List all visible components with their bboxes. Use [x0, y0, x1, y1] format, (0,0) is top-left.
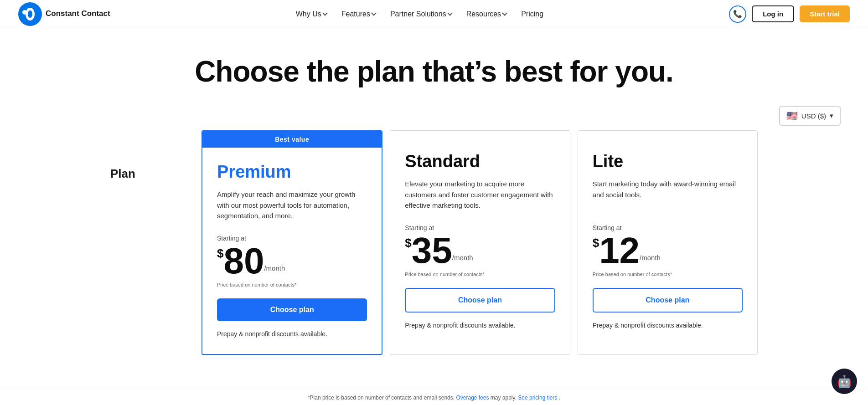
premium-price-dollar: $: [217, 246, 223, 261]
chevron-down-icon: [502, 10, 507, 15]
lite-price-number: 12: [599, 232, 640, 269]
logo-icon: [18, 2, 42, 26]
standard-plan-desc: Elevate your marketing to acquire more c…: [405, 179, 555, 211]
phone-icon: 📞: [733, 10, 742, 18]
premium-plan-desc: Amplify your reach and maximize your gro…: [217, 189, 367, 222]
plans-grid: Best value Premium Amplify your reach an…: [202, 130, 758, 355]
standard-price-period: /month: [452, 254, 473, 264]
flag-icon: 🇺🇸: [786, 110, 798, 121]
standard-plan-name: Standard: [405, 152, 555, 171]
chevron-down-icon: [322, 10, 327, 15]
chevron-down-icon: [447, 10, 452, 15]
main-nav: Constant Contact Why Us Features Partner…: [0, 0, 868, 28]
premium-price-note: Price based on number of contacts*: [217, 282, 367, 287]
premium-price-number: 80: [223, 243, 264, 279]
lite-price-dollar: $: [593, 236, 599, 250]
brand-logo[interactable]: Constant Contact: [18, 2, 110, 26]
lite-plan-desc: Start marketing today with award-winning…: [593, 179, 743, 211]
standard-card-body: Standard Elevate your marketing to acqui…: [390, 131, 569, 345]
overage-fees-link[interactable]: Overage fees: [456, 395, 489, 401]
plan-column-label: Plan: [110, 167, 202, 181]
footer-text-middle: may apply.: [491, 395, 517, 401]
plans-section: Plan Best value Premium Amplify your rea…: [92, 130, 776, 382]
currency-label: USD ($): [801, 112, 826, 120]
lite-price-row: $ 12 /month: [593, 232, 743, 269]
chat-bot-button[interactable]: 🤖: [832, 369, 857, 394]
premium-card-body: Premium Amplify your reach and maximize …: [202, 148, 382, 354]
premium-choose-plan-button[interactable]: Choose plan: [217, 298, 367, 321]
lite-plan-name: Lite: [593, 152, 743, 171]
standard-price-note: Price based on number of contacts*: [405, 272, 555, 277]
nav-actions: 📞 Log in Start trial: [729, 5, 850, 23]
login-button[interactable]: Log in: [752, 5, 794, 22]
footer-text-after: .: [559, 395, 560, 401]
plan-label-col: Plan: [110, 130, 202, 181]
nav-links: Why Us Features Partner Solutions Resour…: [296, 10, 543, 18]
nav-why-us[interactable]: Why Us: [296, 10, 327, 18]
plan-card-lite: Lite Start marketing today with award-wi…: [578, 130, 758, 355]
plan-card-standard: Standard Elevate your marketing to acqui…: [390, 130, 570, 355]
start-trial-button[interactable]: Start trial: [800, 5, 850, 22]
best-value-banner: Best value: [202, 131, 382, 148]
premium-prepay-note: Prepay & nonprofit discounts available.: [217, 330, 367, 338]
standard-choose-plan-button[interactable]: Choose plan: [405, 288, 555, 313]
phone-button[interactable]: 📞: [729, 5, 746, 23]
lite-card-body: Lite Start marketing today with award-wi…: [578, 131, 757, 345]
plan-card-premium: Best value Premium Amplify your reach an…: [202, 130, 382, 355]
nav-partner-solutions[interactable]: Partner Solutions: [390, 10, 452, 18]
lite-price-note: Price based on number of contacts*: [593, 272, 743, 277]
standard-price-number: 35: [412, 232, 452, 269]
premium-price-row: $ 80 /month: [217, 243, 367, 279]
pricing-tiers-link[interactable]: See pricing tiers: [518, 395, 557, 401]
chevron-down-icon: [371, 10, 376, 15]
svg-point-3: [22, 10, 27, 15]
premium-price-period: /month: [264, 264, 285, 275]
premium-plan-name: Premium: [217, 162, 367, 182]
hero-section: Choose the plan that’s best for you.: [0, 28, 868, 101]
footer-text-before: *Plan price is based on number of contac…: [308, 395, 455, 401]
lite-price-period: /month: [640, 254, 661, 264]
footer-note: *Plan price is based on number of contac…: [0, 387, 868, 405]
nav-pricing[interactable]: Pricing: [521, 10, 543, 18]
standard-price-dollar: $: [405, 236, 411, 250]
standard-prepay-note: Prepay & nonprofit discounts available.: [405, 322, 555, 329]
currency-chevron: ▾: [830, 112, 833, 120]
hero-title: Choose the plan that’s best for you.: [18, 56, 850, 87]
standard-price-row: $ 35 /month: [405, 232, 555, 269]
chat-bot-icon: 🤖: [837, 374, 852, 389]
nav-features[interactable]: Features: [341, 10, 376, 18]
brand-name: Constant Contact: [46, 10, 110, 18]
lite-prepay-note: Prepay & nonprofit discounts available.: [593, 322, 743, 329]
currency-bar: 🇺🇸 USD ($) ▾: [0, 101, 868, 130]
svg-point-2: [28, 10, 32, 18]
lite-choose-plan-button[interactable]: Choose plan: [593, 288, 743, 313]
currency-selector[interactable]: 🇺🇸 USD ($) ▾: [779, 106, 841, 126]
nav-resources[interactable]: Resources: [466, 10, 506, 18]
